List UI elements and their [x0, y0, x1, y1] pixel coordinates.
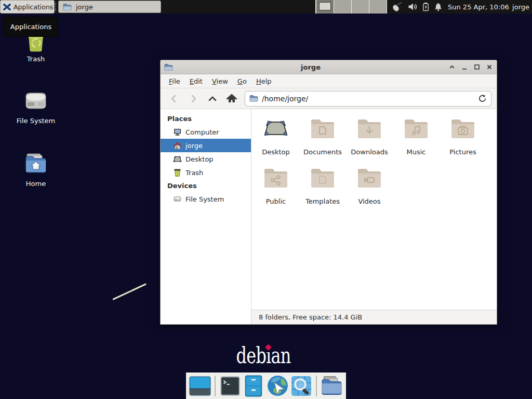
applications-tooltip: Applications [4, 17, 58, 37]
window-folder-icon [164, 63, 173, 71]
window-title: jorge [173, 63, 448, 71]
close-button[interactable] [486, 63, 493, 71]
sidebar-item-file-system[interactable]: File System [161, 192, 251, 206]
menu-help[interactable]: Help [252, 76, 275, 87]
computer-icon [173, 128, 182, 136]
battery-icon[interactable] [422, 2, 429, 11]
back-button[interactable] [165, 91, 183, 107]
mouse-icon[interactable] [391, 1, 403, 13]
folder-templates[interactable]: Templates [299, 163, 346, 212]
path-folder-icon [249, 95, 258, 102]
top-panel: Applications jorge [0, 0, 532, 14]
folder-icon [63, 3, 72, 11]
workspace-switcher [315, 0, 387, 14]
window-titlebar[interactable]: jorge [161, 60, 497, 74]
folder-desktop[interactable]: Desktop [252, 113, 299, 163]
minimize-button[interactable] [461, 63, 468, 71]
debian-logo-text: debian [236, 343, 291, 368]
trash-small-icon [173, 168, 182, 177]
folder-music[interactable]: Music [393, 113, 440, 163]
downloads-folder-icon [357, 116, 382, 140]
web-browser-icon[interactable] [266, 374, 289, 398]
system-tray [391, 0, 443, 14]
desktop-icon-file-system[interactable]: File System [7, 90, 64, 125]
sidebar-places-header: Places [161, 112, 251, 125]
pictures-folder-icon [450, 116, 475, 140]
dock-separator [215, 376, 216, 396]
documents-folder-icon [310, 116, 335, 140]
terminal-icon[interactable] [219, 374, 241, 398]
folder-grid: Desktop Documents [251, 109, 497, 310]
menubar: File Edit View Go Help [161, 74, 497, 88]
folder-label: Documents [303, 148, 342, 156]
panel-clock[interactable]: Sun 25 Apr, 10:06 [448, 0, 509, 14]
dock-separator [316, 376, 317, 396]
folder-documents[interactable]: Documents [299, 113, 346, 163]
music-folder-icon [404, 116, 429, 140]
sidebar-item-label: Trash [185, 169, 203, 177]
workspace-1[interactable] [316, 0, 334, 14]
folder-label: Music [407, 148, 426, 156]
videos-folder-icon [357, 166, 382, 190]
volume-icon[interactable] [408, 2, 418, 11]
toolbar: /home/jorge/ [161, 88, 497, 109]
menu-file[interactable]: File [165, 76, 184, 87]
dock [186, 373, 346, 399]
up-button[interactable] [203, 91, 221, 107]
sidebar-item-computer[interactable]: Computer [161, 125, 251, 139]
workspace-4[interactable] [369, 0, 387, 14]
desktop-line-artifact [112, 283, 147, 300]
sidebar-item-jorge[interactable]: jorge [161, 139, 251, 152]
folder-label: Pictures [449, 148, 476, 156]
applications-menu-label: Applications [14, 3, 53, 11]
taskbar-window-label: jorge [76, 3, 93, 11]
menu-edit[interactable]: Edit [186, 76, 206, 87]
home-icon [173, 141, 182, 150]
reload-icon[interactable] [478, 94, 487, 103]
folder-label: Templates [305, 197, 340, 205]
panel-user-menu[interactable]: jorge [512, 0, 529, 14]
path-text[interactable]: /home/jorge/ [262, 95, 474, 103]
desktop-icon-label: Trash [27, 55, 45, 63]
status-text: 8 folders, Free space: 14.4 GiB [259, 313, 362, 321]
desktop-icon [173, 155, 182, 163]
file-manager-window: jorge File Edit View Go Help [160, 60, 497, 325]
show-desktop-icon[interactable] [189, 374, 211, 398]
path-bar[interactable]: /home/jorge/ [245, 91, 491, 107]
public-folder-icon [263, 166, 288, 190]
sidebar-item-label: jorge [185, 142, 203, 150]
folder-videos[interactable]: Videos [346, 163, 393, 212]
menu-go[interactable]: Go [234, 76, 250, 87]
folder-pictures[interactable]: Pictures [440, 113, 486, 163]
folder-downloads[interactable]: Downloads [346, 113, 393, 163]
desktop-icon-home[interactable]: Home [7, 152, 64, 188]
desktop-icon-label: File System [17, 117, 55, 125]
app-finder-icon[interactable] [290, 374, 313, 398]
workspace-3[interactable] [352, 0, 369, 14]
forward-button[interactable] [184, 91, 202, 107]
shade-button[interactable] [448, 63, 456, 71]
sidebar-item-label: File System [185, 195, 224, 203]
file-manager-icon[interactable] [242, 374, 264, 398]
drive-small-icon [173, 195, 182, 203]
status-bar: 8 folders, Free space: 14.4 GiB [251, 310, 497, 324]
dock-folder-icon[interactable] [320, 374, 343, 398]
home-folder-icon [23, 152, 49, 175]
maximize-button[interactable] [473, 63, 481, 71]
sidebar-item-label: Computer [185, 128, 219, 136]
sidebar-item-desktop[interactable]: Desktop [161, 152, 251, 166]
folder-label: Public [266, 197, 286, 205]
hard-drive-icon [23, 90, 49, 112]
taskbar-window-button[interactable]: jorge [58, 1, 161, 13]
home-button[interactable] [222, 91, 241, 107]
sidebar-item-trash[interactable]: Trash [161, 166, 251, 179]
applications-menu-button[interactable]: Applications [0, 0, 55, 14]
notifications-bell-icon[interactable] [434, 2, 443, 11]
desktop-icon-label: Home [26, 180, 46, 188]
menu-view[interactable]: View [208, 76, 232, 87]
debian-logo: debian [222, 343, 305, 368]
workspace-2[interactable] [334, 0, 352, 14]
folder-label: Videos [358, 197, 380, 205]
folder-public[interactable]: Public [252, 163, 299, 212]
folder-label: Desktop [262, 148, 290, 156]
